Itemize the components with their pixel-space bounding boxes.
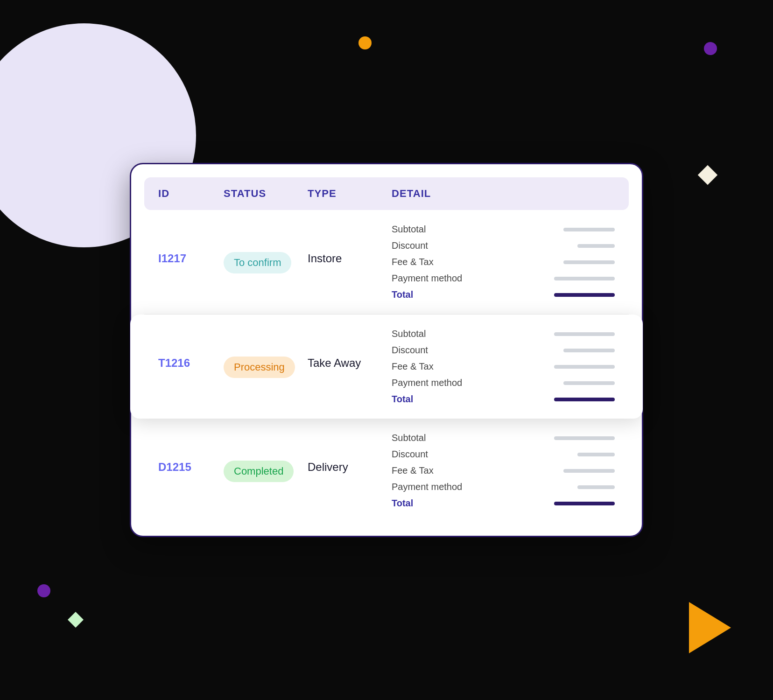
column-header-id: ID (158, 188, 224, 200)
column-header-type: TYPE (308, 188, 392, 200)
diamond-decoration-tr (698, 165, 717, 185)
detail-col-i1217: Subtotal Discount Fee & Tax Payment meth… (392, 224, 615, 300)
detail-discount-row: Discount (392, 345, 615, 356)
detail-payment-row: Payment method (392, 378, 615, 388)
discount-label: Discount (392, 345, 428, 356)
total-value-bar (554, 293, 615, 297)
discount-value-bar (577, 453, 615, 456)
detail-col-d1215: Subtotal Discount Fee & Tax Payment meth… (392, 433, 615, 509)
purple-dot-tr (704, 42, 717, 55)
order-type-t1216: Take Away (308, 329, 392, 370)
status-badge-processing: Processing (224, 357, 295, 378)
detail-payment-row: Payment method (392, 482, 615, 492)
detail-payment-row: Payment method (392, 273, 615, 284)
subtotal-value-bar (554, 332, 615, 336)
discount-label: Discount (392, 240, 428, 251)
order-type-i1217: Instore (308, 224, 392, 265)
column-header-status: STATUS (224, 188, 308, 200)
status-col-t1216: Processing (224, 329, 308, 378)
status-badge-to-confirm: To confirm (224, 252, 291, 273)
table-row[interactable]: D1215 Completed Delivery Subtotal Discou… (144, 419, 629, 523)
detail-discount-row: Discount (392, 449, 615, 460)
discount-value-bar (577, 244, 615, 248)
detail-total-row: Total (392, 289, 615, 300)
total-label: Total (392, 394, 413, 405)
order-type-d1215: Delivery (308, 433, 392, 474)
table-body: I1217 To confirm Instore Subtotal Discou… (131, 210, 642, 536)
payment-value-bar (554, 277, 615, 280)
status-badge-completed: Completed (224, 461, 294, 482)
detail-subtotal-row: Subtotal (392, 433, 615, 443)
table-header: ID STATUS TYPE DETAIL (144, 177, 629, 210)
payment-method-label: Payment method (392, 273, 462, 284)
subtotal-value-bar (563, 228, 615, 231)
detail-total-row: Total (392, 394, 615, 405)
fee-value-bar (563, 469, 615, 473)
order-id-i1217: I1217 (158, 224, 224, 265)
fee-tax-label: Fee & Tax (392, 257, 434, 267)
status-col-i1217: To confirm (224, 224, 308, 273)
status-col-d1215: Completed (224, 433, 308, 482)
orange-dot (358, 36, 372, 49)
subtotal-value-bar (554, 436, 615, 440)
play-button-decoration (689, 602, 731, 653)
fee-tax-label: Fee & Tax (392, 465, 434, 476)
subtotal-label: Subtotal (392, 224, 426, 235)
diamond-decoration-bl (68, 612, 84, 628)
detail-fee-row: Fee & Tax (392, 257, 615, 267)
total-value-bar (554, 502, 615, 505)
column-header-detail: DETAIL (392, 188, 615, 200)
subtotal-label: Subtotal (392, 433, 426, 443)
detail-col-t1216: Subtotal Discount Fee & Tax Payment meth… (392, 329, 615, 405)
payment-method-label: Payment method (392, 482, 462, 492)
detail-fee-row: Fee & Tax (392, 465, 615, 476)
order-id-d1215: D1215 (158, 433, 224, 474)
payment-method-label: Payment method (392, 378, 462, 388)
total-label: Total (392, 498, 413, 509)
detail-fee-row: Fee & Tax (392, 361, 615, 372)
fee-value-bar (563, 260, 615, 264)
detail-discount-row: Discount (392, 240, 615, 251)
detail-subtotal-row: Subtotal (392, 329, 615, 339)
payment-value-bar (577, 485, 615, 489)
detail-total-row: Total (392, 498, 615, 509)
purple-dot-bl (37, 584, 50, 597)
total-label: Total (392, 289, 413, 300)
subtotal-label: Subtotal (392, 329, 426, 339)
fee-tax-label: Fee & Tax (392, 361, 434, 372)
table-row-elevated[interactable]: T1216 Processing Take Away Subtotal Disc… (130, 315, 643, 419)
payment-value-bar (563, 381, 615, 385)
table-row[interactable]: I1217 To confirm Instore Subtotal Discou… (144, 210, 629, 315)
detail-subtotal-row: Subtotal (392, 224, 615, 235)
fee-value-bar (554, 365, 615, 369)
orders-table-card: ID STATUS TYPE DETAIL I1217 To confirm I… (130, 163, 643, 537)
discount-label: Discount (392, 449, 428, 460)
total-value-bar (554, 398, 615, 401)
discount-value-bar (563, 349, 615, 352)
order-id-t1216: T1216 (158, 329, 224, 370)
